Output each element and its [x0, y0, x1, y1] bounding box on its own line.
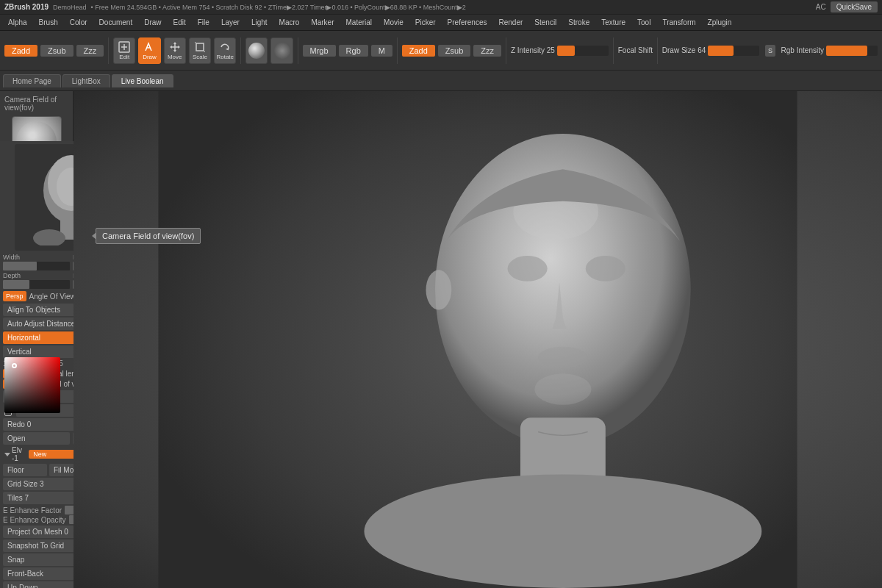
menu-texture[interactable]: Texture: [596, 17, 631, 28]
rotate-button[interactable]: Rotate: [214, 37, 236, 64]
svg-point-28: [426, 270, 452, 309]
draw-size-label: Draw Size 64: [662, 46, 706, 54]
scene-info: DemoHead: [53, 4, 87, 11]
rotate-icon: [218, 40, 232, 54]
color-picker[interactable]: [4, 357, 60, 413]
svg-rect-8: [196, 43, 204, 51]
menu-light[interactable]: Light: [246, 17, 273, 28]
main-area: Width Height Depth Imbed Persp Angle Of …: [0, 71, 882, 588]
zzz-button[interactable]: Zzz: [76, 45, 104, 57]
focal-shift-label: Focal Shift: [618, 46, 653, 54]
zadd2-button[interactable]: Zadd: [402, 45, 435, 57]
rgb-button[interactable]: Rgb: [339, 45, 368, 57]
tabs-row: Home Page LightBox Live Boolean: [0, 71, 882, 91]
menu-stroke[interactable]: Stroke: [563, 17, 595, 28]
svg-point-26: [534, 373, 591, 404]
menu-layer[interactable]: Layer: [216, 17, 245, 28]
menu-picker[interactable]: Picker: [410, 17, 441, 28]
sep2: [240, 37, 241, 64]
zsub-button[interactable]: Zsub: [40, 45, 73, 57]
zzz2-button[interactable]: Zzz: [473, 45, 501, 57]
ac-label: AC: [816, 3, 826, 11]
toolbar: Zadd Zsub Zzz Edit Draw Move Scale Rotat…: [0, 31, 882, 71]
rgb-intensity-track[interactable]: [826, 46, 878, 56]
width-slider[interactable]: Width: [3, 254, 70, 270]
svg-marker-4: [173, 42, 176, 44]
menu-transform[interactable]: Transform: [657, 17, 700, 28]
scale-icon: [193, 40, 207, 54]
svg-point-23: [508, 256, 548, 282]
move-icon: [168, 40, 182, 54]
m-button[interactable]: M: [371, 45, 392, 57]
fov-tooltip-text: Camera Field of view(fov): [102, 232, 194, 240]
zsub2-button[interactable]: Zsub: [438, 45, 470, 57]
fov-tooltip: Camera Field of view(fov): [96, 228, 201, 244]
enhance-factor-label: E Enhance Factor: [3, 506, 62, 514]
tab-live-boolean[interactable]: Live Boolean: [112, 74, 173, 87]
menu-movie[interactable]: Movie: [379, 17, 409, 28]
quicksave-button[interactable]: QuickSave: [831, 1, 878, 12]
sep1: [108, 37, 109, 64]
mrgb-button[interactable]: Mrgb: [303, 45, 336, 57]
rgb-intensity-control: Rgb Intensity: [781, 46, 878, 56]
edit-button[interactable]: Edit: [113, 37, 135, 64]
sep3: [298, 37, 298, 64]
elv-label: Elv -1: [12, 446, 27, 462]
dropdown-icon: [3, 450, 10, 459]
model-svg: [74, 91, 882, 588]
enhance-opacity-label: E Enhance Opacity: [3, 516, 66, 524]
sep5: [506, 37, 506, 64]
title-bar: ZBrush 2019 DemoHead • Free Mem 24.594GB…: [0, 0, 882, 15]
floor-button[interactable]: Floor: [3, 464, 47, 476]
edit-icon: [118, 40, 131, 54]
fov-arrow: [92, 232, 96, 240]
z-intensity-control: Z Intensity 25: [511, 46, 609, 56]
menu-tool[interactable]: Tool: [632, 17, 656, 28]
draw-size-track[interactable]: [708, 46, 759, 56]
flat-material-button[interactable]: [270, 37, 293, 64]
menu-preferences[interactable]: Preferences: [442, 17, 492, 28]
persp-button[interactable]: Persp: [3, 291, 26, 301]
draw-button[interactable]: Draw: [138, 37, 160, 64]
menu-alpha[interactable]: Alpha: [3, 17, 32, 28]
sphere-material-button[interactable]: [245, 37, 268, 64]
tab-homepage[interactable]: Home Page: [3, 74, 61, 87]
svg-marker-7: [178, 46, 180, 49]
menu-marker[interactable]: Marker: [306, 17, 339, 28]
move-button[interactable]: Move: [164, 37, 186, 64]
menu-draw[interactable]: Draw: [139, 17, 166, 28]
menu-material[interactable]: Material: [341, 17, 378, 28]
zadd-button[interactable]: Zadd: [4, 45, 37, 57]
menu-stencil[interactable]: Stencil: [529, 17, 562, 28]
menu-color[interactable]: Color: [65, 17, 93, 28]
menu-bar: Alpha Brush Color Document Draw Edit Fil…: [0, 15, 882, 31]
menu-edit[interactable]: Edit: [168, 17, 191, 28]
svg-point-25: [538, 347, 588, 368]
workspace: Camera Field of view(fov) Standard Dots …: [0, 91, 882, 588]
open-button[interactable]: Open: [3, 432, 70, 445]
menu-brush[interactable]: Brush: [34, 17, 63, 28]
z-intensity-track[interactable]: [557, 46, 609, 56]
app-name: ZBrush 2019: [4, 3, 49, 11]
svg-point-24: [586, 256, 625, 282]
menu-file[interactable]: File: [193, 17, 215, 28]
menu-macro[interactable]: Macro: [274, 17, 305, 28]
menu-zplugin[interactable]: Zplugin: [703, 17, 737, 28]
scale-button[interactable]: Scale: [189, 37, 211, 64]
s-button[interactable]: S: [765, 45, 775, 57]
depth-slider[interactable]: Depth: [3, 272, 70, 289]
draw-icon: [143, 40, 156, 54]
z-intensity-label: Z Intensity 25: [511, 46, 555, 54]
color-picker-cursor: [12, 363, 17, 368]
menu-document[interactable]: Document: [94, 17, 138, 28]
camera-fov-label: Camera Field of view(fov): [3, 94, 70, 113]
svg-line-9: [195, 42, 196, 43]
mem-info: • Free Mem 24.594GB • Active Mem 754 • S…: [91, 4, 466, 11]
right-section: Home Page LightBox Live Boolean Camera F…: [0, 71, 882, 588]
viewport[interactable]: [74, 91, 882, 588]
viewport-bg: [74, 91, 882, 588]
tab-lightbox[interactable]: LightBox: [62, 74, 110, 87]
menu-render[interactable]: Render: [494, 17, 528, 28]
rgb-intensity-label: Rgb Intensity: [781, 46, 824, 54]
angle-of-view-label: Angle Of View: [29, 293, 76, 301]
